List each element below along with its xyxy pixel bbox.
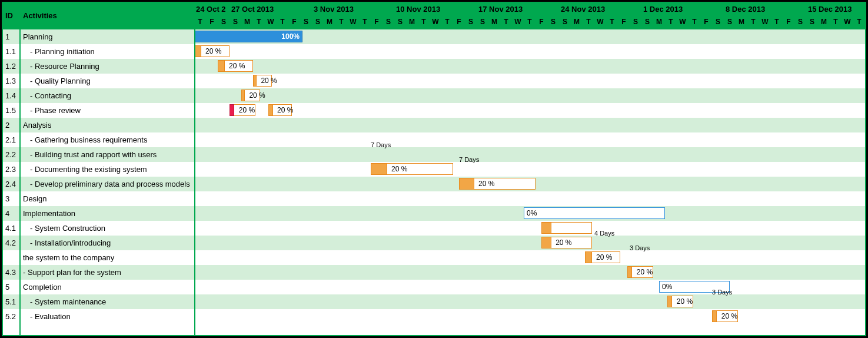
row-timeline: 20 %3 Days [194,294,865,309]
task-bar[interactable]: 20 % [194,45,230,57]
row-timeline: 7 Days [194,147,865,162]
week-label: 24 Oct 2 [196,5,226,14]
task-bar[interactable]: 20 % [218,60,253,72]
duration-note: 7 Days [371,141,391,148]
bar-progress-fill [585,251,592,263]
day-label: T [277,18,288,26]
day-label: S [230,18,241,26]
day-label: M [241,18,253,26]
day-label: W [347,18,359,26]
task-bar[interactable]: 20 % [241,90,260,101]
task-bar[interactable]: 20 % [627,266,653,278]
task-bar[interactable]: 20 % [541,237,592,248]
day-label: T [583,18,594,26]
row-activity: - Evaluation [21,312,194,321]
day-label: W [677,18,689,26]
day-label: T [771,18,783,26]
row-left: 1.5- Phase review [3,103,194,118]
task-bar[interactable]: 20 % [712,310,738,322]
bar-progress-fill [241,90,245,101]
bar-label: 20 % [275,106,293,114]
day-label: T [359,18,371,26]
bar-progress-fill [541,222,551,234]
day-label: M [324,18,335,26]
bar-progress-fill [667,296,672,307]
day-label: T [441,18,453,26]
column-separator [19,3,21,335]
summary-bar[interactable]: 100% [194,31,302,42]
week-label: 3 Nov 2013 [314,5,354,14]
day-label: M [488,18,500,26]
row-activity: - Building trust and rapport with users [21,150,194,159]
outline-bar[interactable]: 0% [524,207,665,219]
header-activities-label: Activities [21,3,194,29]
row-activity: Implementation [21,209,194,218]
day-label: M [406,18,418,26]
row-id: 1.1 [3,47,21,56]
day-label: T [689,18,700,26]
row-id: 4.2 [3,238,21,247]
task-bar[interactable]: 20 % [230,104,255,116]
row-left: 1.3- Quality Planning [3,74,194,88]
day-label: F [206,18,218,26]
bar-label: 100% [281,32,300,41]
bar-progress-fill [371,163,387,175]
bar-progress-fill [230,104,234,116]
row-activity: - Planning initiation [21,47,194,56]
gantt-chart: ID Activities 24 Oct 2TFS27 Oct 2013SMTW… [0,0,868,338]
row-id: 5.2 [3,312,21,321]
row-left: 1.1- Planning initiation [3,44,194,59]
row-left: 4.3- Support plan for the system [3,265,194,280]
bar-label: 20 % [674,297,693,306]
task-bar[interactable] [541,222,592,234]
task-bar[interactable]: 20 % [253,75,272,87]
bar-progress-fill [459,178,474,190]
table-row: 1Planning100% [3,29,865,44]
day-label: W [265,18,277,26]
day-label: S [465,18,477,26]
row-left: 4.1- System Construction [3,221,194,236]
row-activity: Planning [21,32,194,41]
week-label: 1 Dec 2013 [643,5,683,14]
week-label: 24 Nov 2013 [561,5,605,14]
row-timeline: 20 % [194,309,865,324]
day-label: S [218,18,230,26]
day-label: S [630,18,641,26]
bar-label: 20 % [227,62,245,70]
row-id: 2.3 [3,165,21,174]
table-row: 2Analysis [3,118,865,132]
day-label: M [818,18,830,26]
task-bar[interactable]: 20 % [268,104,292,116]
row-activity: - Gathering business requirements [21,135,194,144]
bar-progress-fill [253,75,257,87]
week-label: 10 Nov 2013 [396,5,440,14]
task-bar[interactable]: 20 % [459,178,536,190]
row-activity: the system to the company [21,253,194,262]
row-activity: - Develop preliminary data and process m… [21,180,194,188]
row-id: 4 [3,209,21,218]
day-label: S [806,18,818,26]
task-bar[interactable]: 20 % [667,296,693,307]
row-timeline: 20 % [194,59,865,74]
row-timeline: 20 % [194,177,865,191]
row-id: 1 [3,32,21,41]
row-id: 4.3 [3,268,21,277]
week-label: 27 Oct 2013 [231,5,274,14]
row-left: 4Implementation [3,206,194,221]
task-bar[interactable]: 20 % [585,251,620,263]
row-timeline [194,191,865,206]
row-timeline: 20 % [194,74,865,88]
table-row: 2.4- Develop preliminary data and proces… [3,177,865,191]
day-label: S [794,18,806,26]
row-left: 5.2- Evaluation [3,309,194,324]
row-activity: - Installation/introducing [21,238,194,247]
row-id: 4.1 [3,224,21,233]
row-id: 2.1 [3,135,21,144]
table-row: 4.1- System Construction [3,221,865,236]
day-label: W [594,18,606,26]
day-label: F [783,18,794,26]
day-label: W [842,18,853,26]
task-bar[interactable]: 20 % [371,163,453,175]
bar-progress-fill [541,237,551,248]
day-label: T [665,18,677,26]
